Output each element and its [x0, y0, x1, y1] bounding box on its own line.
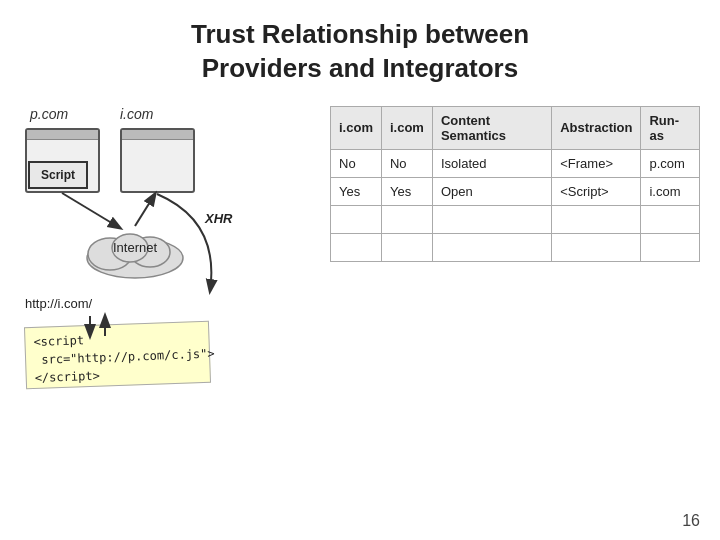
icom-browser-bar	[122, 130, 193, 140]
icom-label: i.com	[120, 106, 153, 122]
code-box: <script src="http://p.com/c.js"> </scrip…	[24, 320, 211, 388]
col-header-icom1: i.com	[331, 106, 382, 149]
empty-cell	[381, 205, 432, 233]
page-title: Trust Relationship between Providers and…	[0, 0, 720, 96]
table-row: No No Isolated <Frame> p.com	[331, 149, 700, 177]
cell-icom1-row2: Yes	[331, 177, 382, 205]
table-row: Yes Yes Open <Script> i.com	[331, 177, 700, 205]
svg-line-4	[62, 193, 120, 228]
cell-runas-row1: p.com	[641, 149, 700, 177]
icom-browser	[120, 128, 195, 193]
empty-cell	[381, 233, 432, 261]
empty-cell	[552, 205, 641, 233]
col-header-icom2: i.com	[381, 106, 432, 149]
empty-cell	[641, 205, 700, 233]
cell-runas-row2: i.com	[641, 177, 700, 205]
cell-abstraction-row1: <Frame>	[552, 149, 641, 177]
cell-semantics-row1: Isolated	[432, 149, 551, 177]
cell-icom2-row1: No	[381, 149, 432, 177]
http-label: http://i.com/	[25, 296, 92, 311]
table-row-empty1	[331, 205, 700, 233]
col-header-runas: Run-as	[641, 106, 700, 149]
cell-icom2-row2: Yes	[381, 177, 432, 205]
xhr-label: XHR	[205, 211, 232, 226]
table-area: i.com i.com Content Semantics Abstractio…	[330, 106, 700, 426]
page-number: 16	[682, 512, 700, 530]
col-header-abstraction: Abstraction	[552, 106, 641, 149]
cell-abstraction-row2: <Script>	[552, 177, 641, 205]
browser-bar	[27, 130, 98, 140]
svg-line-5	[135, 194, 155, 226]
cell-semantics-row2: Open	[432, 177, 551, 205]
empty-cell	[432, 205, 551, 233]
empty-cell	[641, 233, 700, 261]
empty-cell	[432, 233, 551, 261]
empty-cell	[331, 233, 382, 261]
internet-label: Internet	[80, 240, 190, 255]
cell-icom1-row1: No	[331, 149, 382, 177]
empty-cell	[552, 233, 641, 261]
internet-cloud: Internet	[80, 226, 190, 281]
table-row-empty2	[331, 233, 700, 261]
script-box: Script	[28, 161, 88, 189]
table-header-row: i.com i.com Content Semantics Abstractio…	[331, 106, 700, 149]
diagram-area: p.com i.com Script Internet XHR http	[20, 106, 320, 426]
empty-cell	[331, 205, 382, 233]
pcom-label: p.com	[30, 106, 68, 122]
col-header-content-semantics: Content Semantics	[432, 106, 551, 149]
trust-table: i.com i.com Content Semantics Abstractio…	[330, 106, 700, 262]
